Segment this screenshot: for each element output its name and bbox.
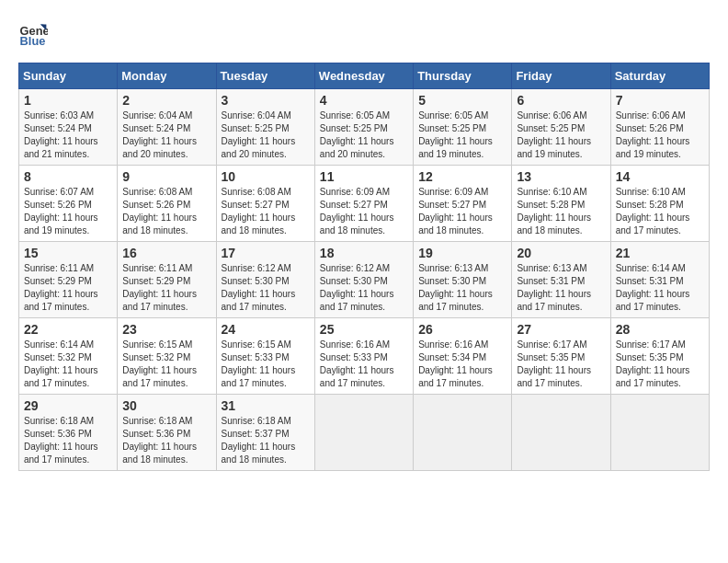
weekday-header-wednesday: Wednesday	[314, 63, 413, 89]
calendar-cell: 7Sunrise: 6:06 AM Sunset: 5:26 PM Daylig…	[610, 89, 709, 166]
calendar-cell: 28Sunrise: 6:17 AM Sunset: 5:35 PM Dayli…	[610, 318, 709, 395]
calendar-cell	[314, 395, 413, 471]
day-number: 4	[320, 93, 408, 108]
calendar-cell: 19Sunrise: 6:13 AM Sunset: 5:30 PM Dayli…	[414, 242, 512, 318]
calendar-cell: 4Sunrise: 6:05 AM Sunset: 5:25 PM Daylig…	[314, 89, 413, 166]
weekday-header-monday: Monday	[118, 63, 216, 89]
calendar-cell	[414, 395, 512, 471]
calendar-cell: 8Sunrise: 6:07 AM Sunset: 5:26 PM Daylig…	[19, 166, 118, 242]
calendar-table: SundayMondayTuesdayWednesdayThursdayFrid…	[18, 63, 710, 471]
day-info: Sunrise: 6:05 AM Sunset: 5:25 PM Dayligh…	[320, 109, 408, 161]
day-number: 15	[24, 246, 112, 260]
day-number: 19	[418, 246, 506, 260]
calendar-cell: 16Sunrise: 6:11 AM Sunset: 5:29 PM Dayli…	[118, 242, 216, 318]
calendar-cell: 13Sunrise: 6:10 AM Sunset: 5:28 PM Dayli…	[512, 166, 610, 242]
day-info: Sunrise: 6:06 AM Sunset: 5:25 PM Dayligh…	[517, 109, 605, 161]
day-info: Sunrise: 6:16 AM Sunset: 5:34 PM Dayligh…	[418, 339, 506, 390]
weekday-header-thursday: Thursday	[414, 63, 512, 89]
day-number: 27	[517, 322, 605, 337]
calendar-cell: 25Sunrise: 6:16 AM Sunset: 5:33 PM Dayli…	[314, 318, 413, 395]
day-info: Sunrise: 6:09 AM Sunset: 5:27 PM Dayligh…	[418, 186, 506, 237]
calendar-cell: 31Sunrise: 6:18 AM Sunset: 5:37 PM Dayli…	[216, 395, 314, 471]
day-number: 1	[24, 93, 112, 108]
day-number: 2	[122, 93, 210, 108]
day-info: Sunrise: 6:10 AM Sunset: 5:28 PM Dayligh…	[517, 186, 605, 237]
day-info: Sunrise: 6:18 AM Sunset: 5:37 PM Dayligh…	[222, 415, 310, 466]
day-info: Sunrise: 6:18 AM Sunset: 5:36 PM Dayligh…	[122, 415, 210, 466]
day-number: 17	[222, 246, 310, 260]
day-number: 10	[222, 169, 310, 184]
day-number: 7	[616, 93, 704, 108]
calendar-cell: 27Sunrise: 6:17 AM Sunset: 5:35 PM Dayli…	[512, 318, 610, 395]
day-number: 6	[517, 93, 605, 108]
day-info: Sunrise: 6:17 AM Sunset: 5:35 PM Dayligh…	[616, 339, 704, 390]
day-info: Sunrise: 6:14 AM Sunset: 5:32 PM Dayligh…	[24, 339, 112, 390]
day-info: Sunrise: 6:16 AM Sunset: 5:33 PM Dayligh…	[320, 339, 408, 390]
day-number: 3	[222, 93, 310, 108]
calendar-cell	[610, 395, 709, 471]
weekday-header-sunday: Sunday	[19, 63, 118, 89]
day-number: 20	[517, 246, 605, 260]
weekday-header-friday: Friday	[512, 63, 610, 89]
calendar-cell: 12Sunrise: 6:09 AM Sunset: 5:27 PM Dayli…	[414, 166, 512, 242]
week-row-5: 29Sunrise: 6:18 AM Sunset: 5:36 PM Dayli…	[19, 395, 710, 471]
calendar-cell: 11Sunrise: 6:09 AM Sunset: 5:27 PM Dayli…	[314, 166, 413, 242]
week-row-3: 15Sunrise: 6:11 AM Sunset: 5:29 PM Dayli…	[19, 242, 710, 318]
calendar-cell: 6Sunrise: 6:06 AM Sunset: 5:25 PM Daylig…	[512, 89, 610, 166]
calendar-cell: 10Sunrise: 6:08 AM Sunset: 5:27 PM Dayli…	[216, 166, 314, 242]
day-number: 18	[320, 246, 408, 260]
calendar-cell: 18Sunrise: 6:12 AM Sunset: 5:30 PM Dayli…	[314, 242, 413, 318]
calendar-cell: 20Sunrise: 6:13 AM Sunset: 5:31 PM Dayli…	[512, 242, 610, 318]
day-number: 28	[616, 322, 704, 337]
logo: General Blue	[18, 18, 51, 48]
calendar-cell: 24Sunrise: 6:15 AM Sunset: 5:33 PM Dayli…	[216, 318, 314, 395]
day-number: 5	[418, 93, 506, 108]
day-info: Sunrise: 6:18 AM Sunset: 5:36 PM Dayligh…	[24, 415, 112, 466]
logo-icon: General Blue	[18, 18, 48, 48]
day-number: 21	[616, 246, 704, 260]
calendar-cell: 14Sunrise: 6:10 AM Sunset: 5:28 PM Dayli…	[610, 166, 709, 242]
day-info: Sunrise: 6:12 AM Sunset: 5:30 PM Dayligh…	[222, 262, 310, 314]
day-number: 12	[418, 169, 506, 184]
day-number: 26	[418, 322, 506, 337]
day-info: Sunrise: 6:13 AM Sunset: 5:30 PM Dayligh…	[418, 262, 506, 314]
calendar-cell	[512, 395, 610, 471]
week-row-2: 8Sunrise: 6:07 AM Sunset: 5:26 PM Daylig…	[19, 166, 710, 242]
day-info: Sunrise: 6:08 AM Sunset: 5:27 PM Dayligh…	[222, 186, 310, 237]
calendar-cell: 3Sunrise: 6:04 AM Sunset: 5:25 PM Daylig…	[216, 89, 314, 166]
calendar-cell: 22Sunrise: 6:14 AM Sunset: 5:32 PM Dayli…	[19, 318, 118, 395]
page-header: General Blue	[18, 18, 710, 48]
day-info: Sunrise: 6:04 AM Sunset: 5:25 PM Dayligh…	[222, 109, 310, 161]
weekday-header-tuesday: Tuesday	[216, 63, 314, 89]
calendar-cell: 29Sunrise: 6:18 AM Sunset: 5:36 PM Dayli…	[19, 395, 118, 471]
calendar-cell: 30Sunrise: 6:18 AM Sunset: 5:36 PM Dayli…	[118, 395, 216, 471]
day-number: 11	[320, 169, 408, 184]
day-info: Sunrise: 6:03 AM Sunset: 5:24 PM Dayligh…	[24, 109, 112, 161]
calendar-cell: 23Sunrise: 6:15 AM Sunset: 5:32 PM Dayli…	[118, 318, 216, 395]
day-info: Sunrise: 6:07 AM Sunset: 5:26 PM Dayligh…	[24, 186, 112, 237]
day-info: Sunrise: 6:08 AM Sunset: 5:26 PM Dayligh…	[122, 186, 210, 237]
day-info: Sunrise: 6:06 AM Sunset: 5:26 PM Dayligh…	[616, 109, 704, 161]
day-number: 22	[24, 322, 112, 337]
calendar-cell: 5Sunrise: 6:05 AM Sunset: 5:25 PM Daylig…	[414, 89, 512, 166]
calendar-cell: 17Sunrise: 6:12 AM Sunset: 5:30 PM Dayli…	[216, 242, 314, 318]
day-number: 8	[24, 169, 112, 184]
day-number: 30	[122, 398, 210, 413]
calendar-cell: 26Sunrise: 6:16 AM Sunset: 5:34 PM Dayli…	[414, 318, 512, 395]
day-number: 9	[122, 169, 210, 184]
day-info: Sunrise: 6:14 AM Sunset: 5:31 PM Dayligh…	[616, 262, 704, 314]
calendar-cell: 2Sunrise: 6:04 AM Sunset: 5:24 PM Daylig…	[118, 89, 216, 166]
day-number: 24	[222, 322, 310, 337]
day-info: Sunrise: 6:09 AM Sunset: 5:27 PM Dayligh…	[320, 186, 408, 237]
day-info: Sunrise: 6:13 AM Sunset: 5:31 PM Dayligh…	[517, 262, 605, 314]
day-info: Sunrise: 6:17 AM Sunset: 5:35 PM Dayligh…	[517, 339, 605, 390]
week-row-1: 1Sunrise: 6:03 AM Sunset: 5:24 PM Daylig…	[19, 89, 710, 166]
svg-text:Blue: Blue	[20, 34, 46, 48]
calendar-cell: 21Sunrise: 6:14 AM Sunset: 5:31 PM Dayli…	[610, 242, 709, 318]
calendar-cell: 15Sunrise: 6:11 AM Sunset: 5:29 PM Dayli…	[19, 242, 118, 318]
day-info: Sunrise: 6:04 AM Sunset: 5:24 PM Dayligh…	[122, 109, 210, 161]
day-info: Sunrise: 6:12 AM Sunset: 5:30 PM Dayligh…	[320, 262, 408, 314]
weekday-header-saturday: Saturday	[610, 63, 709, 89]
day-info: Sunrise: 6:11 AM Sunset: 5:29 PM Dayligh…	[24, 262, 112, 314]
day-number: 25	[320, 322, 408, 337]
